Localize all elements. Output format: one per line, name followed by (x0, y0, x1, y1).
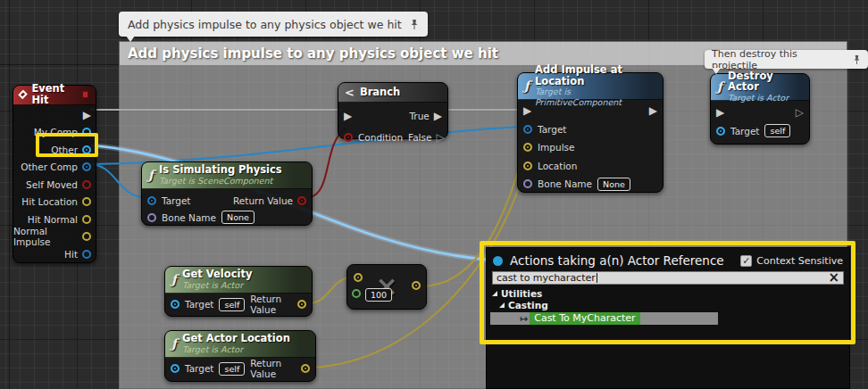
pin-self-moved[interactable] (82, 180, 91, 189)
pin-label-bone-name: Bone Name (162, 212, 216, 223)
pin-normal-impulse[interactable] (82, 232, 91, 241)
pin-label-target: Target (730, 126, 759, 137)
target-value[interactable]: self (764, 124, 790, 137)
issim-row-target: Target Return Value (142, 192, 312, 209)
destroy-row-exec: ▶ ▷ (711, 103, 809, 121)
exec-out-icon[interactable]: ▶ (649, 105, 657, 116)
pin-label-return-value: Return Value (233, 195, 293, 206)
function-icon: ƒ (524, 79, 530, 93)
function-icon: ƒ (717, 79, 722, 94)
node-branch-title: Branch (360, 87, 400, 98)
pin-row-hit[interactable]: Hit (13, 245, 96, 263)
node-destroy-header[interactable]: ƒ Destroy Actor Target is Actor (711, 74, 809, 101)
pushpin-icon[interactable] (410, 19, 419, 30)
pushpin-icon[interactable] (853, 54, 861, 65)
multiply-value[interactable]: 100 (365, 288, 392, 302)
node-issim-title: Is Simulating Physics (159, 164, 282, 176)
pin-label: Normal Impulse (13, 226, 78, 247)
pin-return-value[interactable] (297, 300, 306, 309)
node-impulse-header[interactable]: ƒ Add Impulse at Location Target is Prim… (518, 73, 663, 100)
impulse-row-location: Location (518, 157, 663, 176)
node-getvel-header[interactable]: ƒ Get Velocity Target is Actor (165, 267, 312, 294)
pin-multiply-output[interactable] (412, 281, 421, 290)
pin-location[interactable] (523, 161, 532, 170)
branch-row-exec: ▶ True▶ (338, 107, 447, 124)
target-value[interactable]: self (219, 362, 245, 376)
impulse-row-target: Target (518, 120, 663, 139)
blueprint-canvas[interactable]: Add physics impulse to any physics objec… (0, 0, 868, 389)
node-issim-subtitle: Target is SceneComponent (159, 176, 282, 186)
node-multiply[interactable]: × 100 (346, 264, 427, 310)
node-getloc-subtitle: Target is Actor (182, 344, 290, 354)
pin-bone-name[interactable] (523, 179, 532, 188)
exec-true-icon[interactable]: ▶ (434, 111, 442, 121)
node-getvel-title: Get Velocity (182, 269, 252, 280)
getloc-row: Target self Return Value (165, 358, 315, 379)
pin-label-false: False (408, 132, 431, 143)
pin-condition[interactable] (344, 133, 353, 142)
bone-name-value[interactable]: None (221, 211, 255, 224)
pin-row-hit-location[interactable]: Hit Location (13, 194, 96, 211)
pin-other-comp[interactable] (82, 162, 91, 171)
pin-hit-location[interactable] (82, 197, 91, 206)
pin-target[interactable] (523, 125, 532, 134)
node-get-velocity[interactable]: ƒ Get Velocity Target is Actor Target se… (164, 266, 313, 317)
exec-out-icon[interactable]: ▷ (796, 107, 804, 118)
target-value[interactable]: self (219, 298, 245, 311)
comment-bubble-text: Add physics impulse to any physics objec… (128, 18, 402, 31)
pin-row-exec-out[interactable]: ▶ (13, 106, 96, 124)
node-get-actor-location[interactable]: ƒ Get Actor Location Target is Actor Tar… (164, 330, 316, 382)
node-issim-header[interactable]: ƒ Is Simulating Physics Target is SceneC… (142, 162, 312, 189)
pin-return-value[interactable] (297, 196, 306, 205)
pin-hit[interactable] (82, 250, 91, 259)
node-event-hit-header[interactable]: Event Hit (13, 86, 96, 105)
impulse-row-bone-name: Bone Name None (518, 175, 663, 194)
node-impulse-title: Add Impulse at Location (535, 64, 655, 87)
node-getloc-header[interactable]: ƒ Get Actor Location Target is Actor (165, 331, 315, 358)
branch-row-condition: Condition False▷ (338, 128, 447, 145)
comment-bubble-destroy-text: Then destroy this projectile (712, 48, 845, 71)
node-destroy-subtitle: Target is Actor (728, 93, 802, 103)
pin-row-other-comp[interactable]: Other Comp (13, 159, 96, 177)
node-is-simulating-physics[interactable]: ƒ Is Simulating Physics Target is SceneC… (141, 161, 313, 226)
pin-target[interactable] (171, 300, 179, 309)
exec-false-icon[interactable]: ▷ (436, 132, 444, 143)
pin-label: Self Moved (26, 179, 78, 190)
node-impulse-subtitle: Target is PrimitiveComponent (535, 87, 655, 107)
pin-label-target: Target (538, 124, 566, 135)
impulse-row-impulse: Impulse (518, 138, 663, 157)
exec-in-icon[interactable]: ▶ (716, 107, 724, 118)
comment-bubble-destroy[interactable]: Then destroy this projectile (705, 50, 868, 69)
issim-row-bone-name: Bone Name None (142, 209, 312, 226)
pin-target[interactable] (171, 364, 179, 373)
pin-impulse[interactable] (523, 143, 532, 152)
pin-multiply-input-b[interactable] (352, 289, 361, 298)
exec-out-icon: ▶ (83, 110, 91, 120)
pin-label-return-value: Return Value (250, 358, 296, 379)
node-branch[interactable]: < Branch ▶ True▶ Condition False▷ (338, 82, 448, 139)
exec-in-icon[interactable]: ▶ (344, 111, 352, 121)
node-destroy-actor[interactable]: ƒ Destroy Actor Target is Actor ▶ ▷ Targ… (710, 73, 810, 145)
pin-hit-normal[interactable] (82, 215, 91, 224)
node-event-hit[interactable]: Event Hit ▶ My Comp Other Other Comp Sel… (13, 85, 96, 263)
node-branch-header[interactable]: < Branch (338, 83, 447, 103)
pin-target[interactable] (716, 127, 725, 136)
comment-region-title: Add physics impulse to any physics objec… (128, 46, 498, 62)
pin-label: Hit Location (21, 196, 78, 207)
event-icon (18, 90, 28, 100)
pin-multiply-input-a[interactable] (354, 273, 363, 282)
pin-return-value[interactable] (301, 364, 310, 373)
highlight-other-pin (36, 133, 98, 157)
pin-label: Other Comp (21, 161, 78, 172)
pin-label-bone-name: Bone Name (538, 178, 592, 189)
bone-name-value[interactable]: None (597, 178, 630, 191)
exec-in-icon[interactable]: ▶ (523, 105, 531, 116)
pin-bone-name[interactable] (147, 213, 156, 222)
getvel-row: Target self Return Value (165, 294, 312, 315)
pin-row-normal-impulse[interactable]: Normal Impulse (13, 228, 96, 246)
comment-bubble[interactable]: Add physics impulse to any physics objec… (119, 12, 428, 37)
pin-row-self-moved[interactable]: Self Moved (13, 176, 96, 194)
node-add-impulse-at-location[interactable]: ƒ Add Impulse at Location Target is Prim… (517, 72, 664, 193)
pin-target[interactable] (147, 196, 156, 205)
node-getloc-title: Get Actor Location (182, 333, 290, 344)
